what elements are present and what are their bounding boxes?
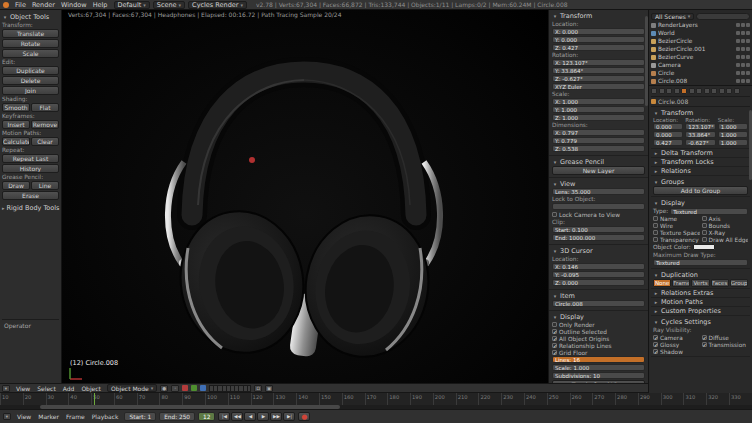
ray-visibility-row[interactable]: Shadow [653,348,700,355]
selectable-arrow-icon[interactable] [741,71,745,75]
transform-value-field[interactable]: -0.627° [685,139,715,146]
outliner-item[interactable]: Circle.008 [651,77,750,85]
outliner-item[interactable]: World [651,29,750,37]
duplication-option[interactable]: Verts [691,279,709,287]
collapsed-panel-header[interactable]: ▸Transform Locks [651,158,750,167]
display-panel-header[interactable]: ▾Display [552,312,645,321]
properties-tab-icon[interactable] [711,88,717,94]
playback-button[interactable]: ◀ [244,412,256,421]
checkbox[interactable] [702,335,707,340]
selectable-arrow-icon[interactable] [741,55,745,59]
record-button[interactable]: ● [298,412,310,421]
transform-value-field[interactable]: 1.000 [718,131,748,138]
transform-value-field[interactable]: 0.000 [653,123,683,130]
rotate-manipulator-icon[interactable] [191,385,197,391]
grid-scale-field[interactable]: Scale: 1.000 [552,364,645,371]
visibility-eye-icon[interactable] [736,55,740,59]
outliner-search-input[interactable] [696,13,750,20]
pivot-point-icon[interactable]: ◦ [171,385,179,392]
maxdraw-select[interactable]: Textured [653,259,748,266]
outliner-item[interactable]: BezierCircle [651,37,750,45]
rigid-body-tools-panel-header[interactable]: ▸ Rigid Body Tools [2,203,59,212]
properties-tab-icon[interactable] [659,88,665,94]
groups-panel-header[interactable]: ▾Groups [653,177,748,186]
view-panel-header[interactable]: ▾View [552,179,645,188]
outliner-item[interactable]: BezierCurve [651,53,750,61]
layers-widget[interactable] [209,385,251,392]
properties-tab-icon[interactable] [674,88,680,94]
transform-value-field[interactable]: 33.864° [685,131,715,138]
screen-layout-select[interactable]: Default▾ [114,1,150,9]
location-field[interactable]: X: 0.000 [552,28,645,35]
tool-button[interactable]: Delete [2,76,59,85]
display-check-row[interactable]: Relationship Lines [552,342,645,349]
outliner-item[interactable]: RenderLayers [651,21,750,29]
blender-logo-icon[interactable] [3,2,9,8]
tool-button[interactable]: Line [31,181,59,190]
grid-subdivisions-field[interactable]: Subdivisions: 10 [552,372,645,379]
tool-button[interactable]: Calculate [2,137,30,146]
checkbox[interactable] [552,343,557,348]
checkbox[interactable] [653,230,658,235]
location-field[interactable]: Y: 0.000 [552,36,645,43]
display-check-row[interactable]: Only Render [552,321,645,328]
viewport-shading-icon[interactable]: ● [160,385,168,392]
checkbox[interactable] [552,329,557,334]
timeline-menu-item[interactable]: Playback [89,413,122,420]
renderable-camera-icon[interactable] [746,71,750,75]
properties-tab-icon[interactable] [734,88,740,94]
checkbox[interactable] [702,237,707,242]
renderable-camera-icon[interactable] [746,63,750,67]
visibility-eye-icon[interactable] [736,71,740,75]
rotation-field[interactable]: Y: 33.864° [552,67,645,74]
visibility-eye-icon[interactable] [736,63,740,67]
checkbox[interactable] [702,230,707,235]
visibility-eye-icon[interactable] [736,47,740,51]
operator-panel[interactable]: Operator [2,319,59,381]
display-option-row[interactable]: Wire [653,222,700,229]
lock-camera-row[interactable]: Lock Camera to View [552,211,645,218]
display-check-row[interactable]: Outline Selected [552,328,645,335]
renderable-camera-icon[interactable] [746,55,750,59]
tool-button[interactable]: Rotate [2,39,59,48]
add-to-group-button[interactable]: Add to Group [653,186,748,195]
duplication-option[interactable]: Faces [711,279,729,287]
lens-field[interactable]: Lens: 35.000 [552,188,645,195]
dimension-field[interactable]: Z: 0.538 [552,145,645,152]
clip-end-field[interactable]: End: 1000.000 [552,234,645,241]
tool-button[interactable]: Clear [31,137,59,146]
tool-button[interactable]: Draw [2,181,30,190]
tool-button[interactable]: History [2,164,59,173]
tool-button[interactable]: Flat [31,103,59,112]
rotation-mode-select[interactable]: XYZ Euler [552,83,645,90]
transform-value-field[interactable]: 123.107° [685,123,715,130]
tool-button[interactable]: Scale [2,49,59,58]
render-engine-select[interactable]: Cycles Render▾ [188,1,247,9]
checkbox[interactable] [653,335,658,340]
renderable-camera-icon[interactable] [746,47,750,51]
properties-tab-icon[interactable] [726,88,732,94]
outliner-item[interactable]: Camera [651,61,750,69]
selectable-arrow-icon[interactable] [741,63,745,67]
object-color-swatch[interactable] [693,244,715,250]
selectable-arrow-icon[interactable] [741,79,745,83]
ray-visibility-row[interactable]: Transmission [702,341,749,348]
snap-magnet-icon[interactable]: Ω [254,385,262,392]
tool-button[interactable]: Insert [2,120,30,129]
props-transform-header[interactable]: ▾Transform [653,108,748,117]
playback-button[interactable]: |◀ [218,412,230,421]
timeline-menu-item[interactable]: Frame [63,413,88,420]
translate-manipulator-icon[interactable] [182,385,188,391]
frame-end-field[interactable]: End: 250 [159,412,195,421]
display-option-row[interactable]: Transparency [653,236,700,243]
tool-button[interactable]: Translate [2,29,59,38]
rotation-field[interactable]: Z: -0.627° [552,75,645,82]
renderable-camera-icon[interactable] [746,31,750,35]
viewport-menu-item[interactable]: View [13,385,33,392]
draw-type-select[interactable]: Textured [670,208,748,215]
visibility-eye-icon[interactable] [736,39,740,43]
scale-field[interactable]: X: 1.000 [552,98,645,105]
grease-pencil-panel-header[interactable]: ▾Grease Pencil [552,157,645,166]
transform-value-field[interactable]: 1.000 [718,139,748,146]
playback-button[interactable]: ◀◀ [231,412,243,421]
